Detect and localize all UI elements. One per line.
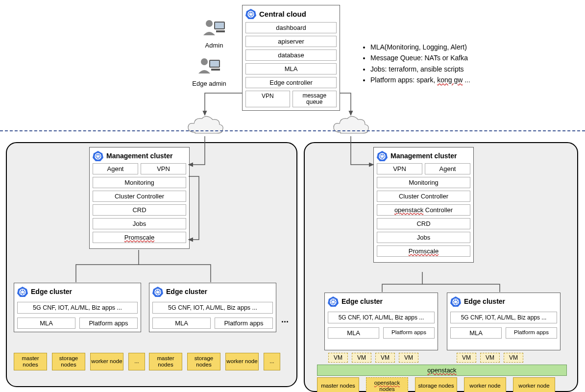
mgmt-right-osctrl: openstack Controller — [377, 204, 470, 216]
central-mq: message queue — [292, 91, 337, 107]
nodes-row-l1: master nodes storage nodes worker node .… — [14, 353, 145, 370]
mgmt-left-monitoring: Monitoring — [93, 177, 186, 188]
mgmt-right-jobs: Jobs — [377, 232, 470, 243]
vm-row-r1: VM VM VM VM — [328, 353, 418, 363]
vm-row-r2: VM VM VM — [457, 353, 523, 363]
mgmt-right-promscale: Promscale — [377, 245, 470, 257]
edge-admin-label: Edge admin — [192, 80, 226, 87]
k8s-icon — [328, 296, 339, 307]
openstack-bar: openstack — [317, 365, 567, 376]
bullet-jobs: Jobs: terraform, ansible scripts — [370, 64, 567, 74]
k8s-icon — [245, 8, 256, 19]
mgmt-left-vpn: VPN — [141, 163, 186, 174]
mgmt-right-monitoring: Monitoring — [377, 177, 470, 188]
region-left: Management cluster Agent VPN Monitoring … — [6, 142, 297, 387]
legend-bullets: MLA(Monitoring, Logging, Alert) Message … — [362, 42, 567, 86]
central-apiserver: apiserver — [245, 36, 337, 47]
mgmt-left-promscale: Promscale — [93, 232, 186, 243]
mgmt-left-title: Management cluster — [106, 152, 172, 160]
bullet-platform: Platform apps: spark, kong gw ... — [370, 74, 567, 85]
nodes-row-l2: master nodes storage nodes worker node .… — [149, 353, 280, 370]
mgmt-right-title: Management cluster — [390, 152, 457, 160]
mgmt-right-agent: Agent — [425, 163, 470, 174]
mgmt-right-vpn: VPN — [377, 163, 422, 174]
central-cloud: Central cloud dashboard apiserver databa… — [242, 5, 340, 111]
region-right: Management cluster VPN Agent Monitoring … — [304, 142, 578, 392]
mgmt-cluster-left: Management cluster Agent VPN Monitoring … — [89, 147, 190, 249]
edge-cluster-r2: Edge cluster 5G CNF, IOT, AL/ML, Biz app… — [447, 293, 561, 350]
mgmt-left-jobs: Jobs — [93, 218, 186, 229]
mgmt-cluster-right: Management cluster VPN Agent Monitoring … — [373, 147, 474, 263]
boundary-divider — [0, 130, 585, 131]
mgmt-right-crd: CRD — [377, 218, 470, 229]
edge-cluster-l2: Edge cluster 5G CNF, IOT, AL/ML, Biz app… — [149, 283, 276, 332]
k8s-icon — [93, 150, 103, 161]
cloud-icon — [331, 114, 370, 139]
k8s-icon — [152, 286, 163, 297]
cloud-icon — [185, 114, 224, 139]
ellipsis: ... — [281, 315, 289, 325]
admin-actor: Admin — [197, 17, 231, 49]
central-dashboard: dashboard — [245, 22, 337, 33]
central-title: Central cloud — [259, 10, 306, 18]
k8s-icon — [17, 286, 28, 297]
edge-admin-actor: Edge admin — [192, 55, 226, 87]
k8s-icon — [377, 150, 388, 161]
central-vpn: VPN — [245, 91, 290, 107]
bullet-mq: Message Queue: NATs or Kafka — [370, 52, 567, 63]
mgmt-left-crd: CRD — [93, 204, 186, 216]
central-edge-ctrl: Edge controller — [245, 77, 337, 88]
mgmt-right-cc: Cluster Controller — [377, 191, 470, 202]
bullet-mla: MLA(Monitoring, Logging, Alert) — [370, 42, 567, 52]
mgmt-left-agent: Agent — [93, 163, 138, 174]
edge-cluster-r1: Edge cluster 5G CNF, IOT, AL/ML, Biz app… — [324, 293, 438, 350]
nodes-row-r: master nodes openstack nodes storage nod… — [317, 377, 555, 392]
admin-label: Admin — [197, 42, 231, 49]
mgmt-left-cc: Cluster Controller — [93, 191, 186, 202]
edge-cluster-l1: Edge cluster 5G CNF, IOT, AL/ML, Biz app… — [14, 283, 141, 332]
central-database: database — [245, 49, 337, 61]
central-mla: MLA — [245, 63, 337, 74]
k8s-icon — [450, 296, 461, 307]
